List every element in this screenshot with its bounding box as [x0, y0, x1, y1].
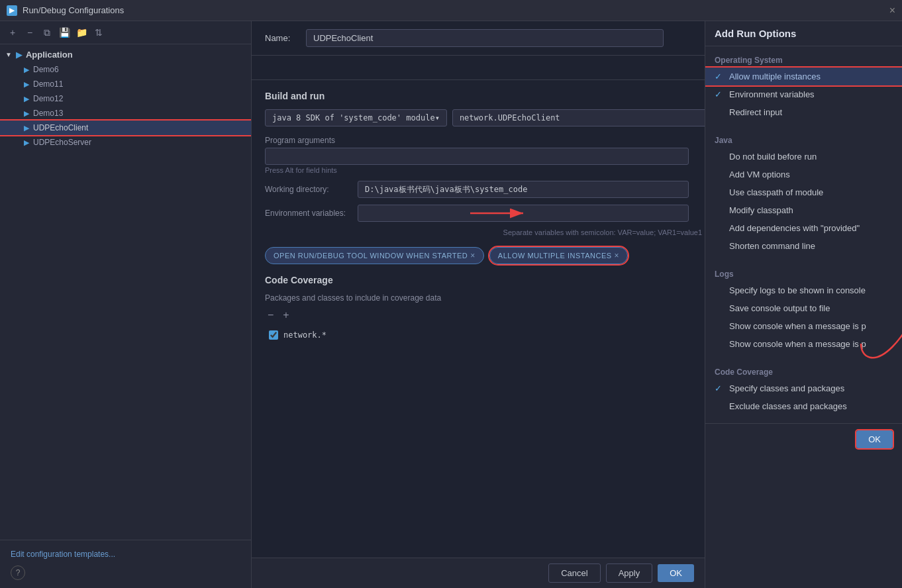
close-button[interactable]: ×: [889, 5, 895, 17]
option-add-vm[interactable]: Add VM options: [705, 166, 902, 183]
check-icon: ✓: [715, 383, 724, 393]
sidebar-item-udpechoclient[interactable]: ▶ UDPEchoClient: [0, 121, 251, 135]
chevron-down-icon: ▼: [5, 51, 12, 58]
option-label: Environment variables: [729, 89, 815, 99]
help-button[interactable]: ?: [11, 565, 25, 580]
logs-section-label: Logs: [705, 266, 902, 281]
option-label: Specify classes and packages: [729, 383, 844, 393]
config-icon: ▶: [24, 66, 29, 74]
java-section-label: Java: [705, 132, 902, 148]
config-icon: ▶: [24, 124, 29, 132]
allow-multiple-tag[interactable]: ALLOW MULTIPLE INSTANCES ×: [489, 247, 628, 264]
modify-options-panel: Add Run Options Operating System ✓ Allow…: [705, 21, 902, 588]
option-label: Add dependencies with "provided": [729, 223, 860, 233]
name-input[interactable]: [306, 29, 664, 47]
java-section: Java Do not build before run Add VM opti…: [705, 126, 902, 260]
modify-options-panel-header: Add Run Options: [705, 21, 902, 46]
tree-section-application[interactable]: ▼ ▶ Application: [0, 47, 251, 62]
ok-button[interactable]: OK: [658, 564, 694, 582]
panel-ok-button[interactable]: OK: [856, 430, 893, 448]
coverage-plus-button[interactable]: +: [280, 308, 291, 322]
sidebar-item-label: UDPEchoClient: [33, 123, 88, 132]
sidebar: + − ⧉ 💾 📁 ⇅ ▼ ▶ Application ▶ Demo6 ▶ De…: [0, 21, 252, 588]
option-specify-logs[interactable]: Specify logs to be shown in console: [705, 281, 902, 299]
env-vars-input[interactable]: [358, 205, 689, 222]
sidebar-item-demo6[interactable]: ▶ Demo6: [0, 62, 251, 77]
option-modify-classpath[interactable]: Modify classpath: [705, 201, 902, 219]
sidebar-footer: Edit configuration templates... ?: [0, 540, 251, 588]
sidebar-item-label: UDPEchoServer: [33, 138, 91, 147]
sidebar-item-demo11[interactable]: ▶ Demo11: [0, 77, 251, 91]
working-dir-input[interactable]: [358, 181, 689, 198]
option-label: Exclude classes and packages: [729, 401, 847, 411]
option-label: Use classpath of module: [729, 187, 823, 197]
sidebar-item-label: Demo11: [33, 79, 63, 89]
sort-config-button[interactable]: ⇅: [91, 25, 106, 40]
env-vars-label: Environment variables:: [265, 209, 351, 218]
config-icon: ▶: [24, 138, 29, 147]
sidebar-item-label: Demo6: [33, 65, 59, 74]
config-icon: ▶: [24, 95, 29, 103]
sdk-value: java 8 SDK of 'system_code' module: [272, 113, 435, 122]
apply-button[interactable]: Apply: [606, 564, 653, 583]
option-save-console[interactable]: Save console output to file: [705, 299, 902, 317]
title-bar: ▶ Run/Debug Configurations ×: [0, 0, 902, 21]
option-label: Show console when a message is p: [729, 339, 866, 349]
sidebar-item-demo12[interactable]: ▶ Demo12: [0, 91, 251, 106]
config-icon: ▶: [24, 80, 29, 89]
option-env-variables[interactable]: ✓ Environment variables: [705, 85, 902, 103]
remove-tag-button[interactable]: ×: [470, 251, 476, 260]
program-args-input[interactable]: [265, 148, 689, 165]
option-label: Do not build before run: [729, 152, 817, 162]
panel-footer: OK: [705, 423, 902, 455]
dialog-footer: Cancel Apply OK: [252, 558, 705, 588]
copy-config-button[interactable]: ⧉: [40, 25, 54, 40]
sidebar-item-label: Demo12: [33, 94, 63, 103]
tag-label: ALLOW MULTIPLE INSTANCES: [498, 252, 612, 260]
sidebar-item-udpechoserver[interactable]: ▶ UDPEchoServer: [0, 135, 251, 150]
option-label: Specify logs to be shown in console: [729, 285, 866, 295]
option-label: Add VM options: [729, 170, 790, 179]
code-coverage-options-section: Code Coverage ✓ Specify classes and pack…: [705, 358, 902, 420]
option-show-console-2[interactable]: Show console when a message is p: [705, 335, 902, 353]
sidebar-tree: ▼ ▶ Application ▶ Demo6 ▶ Demo11 ▶ Demo1…: [0, 44, 251, 540]
sdk-select[interactable]: java 8 SDK of 'system_code' module ▾: [265, 109, 447, 126]
option-add-dependencies[interactable]: Add dependencies with "provided": [705, 219, 902, 237]
open-run-debug-tag[interactable]: OPEN RUN/DEBUG TOOL WINDOW WHEN STARTED …: [265, 247, 484, 264]
config-icon: ▶: [24, 109, 29, 118]
coverage-item-checkbox[interactable]: [269, 330, 278, 340]
coverage-minus-button[interactable]: −: [265, 308, 276, 322]
option-show-console-1[interactable]: Show console when a message is p: [705, 317, 902, 335]
option-label: Show console when a message is p: [729, 321, 866, 331]
option-shorten-cmd[interactable]: Shorten command line: [705, 237, 902, 255]
remove-tag-button[interactable]: ×: [615, 251, 620, 260]
option-allow-multiple[interactable]: ✓ Allow multiple instances: [705, 68, 902, 85]
save-config-button[interactable]: 💾: [57, 25, 72, 40]
option-specify-classes[interactable]: ✓ Specify classes and packages: [705, 379, 902, 397]
operating-system-section: Operating System ✓ Allow multiple instan…: [705, 46, 902, 126]
option-do-not-build[interactable]: Do not build before run: [705, 148, 902, 166]
option-label: Shorten command line: [729, 241, 815, 251]
option-redirect-input[interactable]: Redirect input: [705, 103, 902, 121]
check-icon: ✓: [715, 72, 724, 81]
coverage-item-label: network.*: [283, 330, 326, 340]
edit-templates-button[interactable]: Edit configuration templates...: [5, 546, 246, 563]
folder-config-button[interactable]: 📁: [74, 25, 89, 40]
name-label: Name:: [265, 33, 298, 43]
remove-config-button[interactable]: −: [23, 25, 37, 40]
window-title: Run/Debug Configurations: [23, 5, 124, 15]
option-use-classpath[interactable]: Use classpath of module: [705, 183, 902, 201]
tag-label: OPEN RUN/DEBUG TOOL WINDOW WHEN STARTED: [274, 252, 468, 260]
sidebar-toolbar: + − ⧉ 💾 📁 ⇅: [0, 21, 251, 44]
sidebar-item-demo13[interactable]: ▶ Demo13: [0, 106, 251, 121]
content-area: Name: Store as project file ⚙ Modify opt…: [252, 21, 902, 588]
env-vars-hint: Separate variables with semicolon: VAR=v…: [265, 228, 702, 236]
tree-section-label: Application: [26, 50, 73, 60]
code-coverage-options-label: Code Coverage: [705, 364, 902, 379]
chevron-down-icon: ▾: [435, 113, 440, 122]
option-exclude-classes[interactable]: Exclude classes and packages: [705, 397, 902, 415]
option-label: Save console output to file: [729, 303, 830, 313]
app-icon: ▶: [7, 5, 17, 16]
add-config-button[interactable]: +: [5, 25, 20, 40]
cancel-button[interactable]: Cancel: [548, 564, 600, 583]
